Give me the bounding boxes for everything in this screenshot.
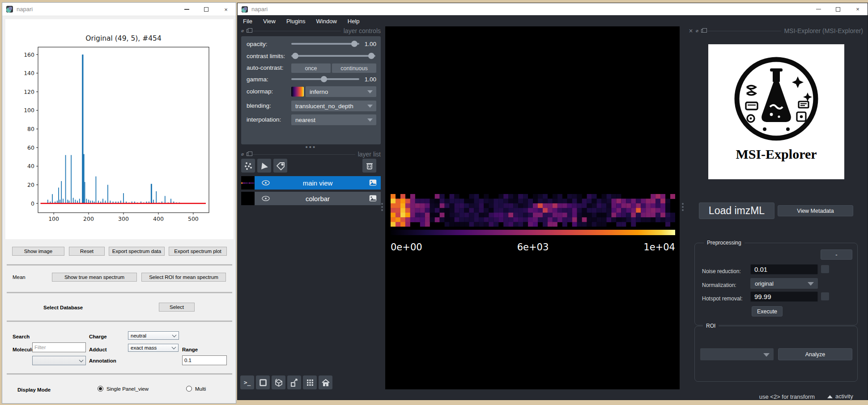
layer-name: main view [255,179,381,187]
menu-plugins[interactable]: Plugins [281,15,311,27]
radio-label: Single Panel_view [106,386,149,392]
noise-reduction-checkbox[interactable] [821,265,829,273]
menu-help[interactable]: Help [342,15,365,27]
hotspot-removal-input[interactable] [750,291,818,302]
slider-handle-low[interactable] [292,53,298,59]
close-dock-icon[interactable]: × [689,29,693,33]
colorbar-min-label: 0e+00 [391,242,422,253]
transpose-dimensions-button[interactable] [287,375,301,389]
opacity-label: opacity: [247,41,268,47]
hotspot-removal-label: Hotspot removal: [702,295,743,302]
interpolation-dropdown[interactable]: nearest [291,114,376,125]
hide-dock-icon[interactable]: ⌀ [696,29,698,33]
float-dock-icon[interactable] [247,29,250,33]
blending-dropdown[interactable]: translucent_no_depth [291,101,376,111]
svg-text:140: 140 [24,70,34,76]
menu-window[interactable]: Window [311,15,342,27]
spectrum-plot[interactable]: 020406080100120140160100200300400500Orig… [5,19,234,239]
layer-row-main-view[interactable]: main view [241,176,381,190]
menu-view[interactable]: View [258,15,281,27]
svg-text:100: 100 [24,107,34,114]
colormap-dropdown[interactable]: inferno [306,86,376,97]
charge-value: neutral [131,333,146,338]
transpose-icon [289,378,299,388]
roi-dropdown[interactable] [700,348,774,360]
show-true-mean-button[interactable]: Show true mean spectrum [52,273,137,282]
float-dock-icon[interactable] [701,29,705,33]
show-image-button[interactable]: Show image [12,247,64,256]
slider-handle-high[interactable] [368,53,374,59]
normalization-dropdown[interactable]: original [750,278,818,289]
gamma-slider[interactable] [291,76,359,82]
load-imzml-button[interactable]: Load imzML [699,202,774,219]
slider-handle[interactable] [351,41,357,47]
export-spectrum-data-button[interactable]: Export spectrum data [109,247,165,256]
new-labels-layer-button[interactable] [273,159,287,173]
home-reset-view-button[interactable] [319,375,332,389]
opacity-value: 1.00 [365,41,376,47]
dock-resize-handle[interactable] [681,202,684,212]
close-button[interactable]: × [848,3,868,16]
main-window-titlebar[interactable]: napari × [238,3,868,15]
svg-text:400: 400 [153,215,164,222]
annotation-range-input[interactable] [182,355,227,365]
msi-explorer-header: × ⌀ MSI-Explorer (MSI-Explorer) [689,27,863,34]
ndisplay-toggle-button[interactable] [256,375,270,389]
gamma-value: 1.00 [365,76,376,83]
svg-text:100: 100 [48,215,59,222]
close-button[interactable]: × [216,3,236,16]
dropdown-triangle-icon [763,353,770,357]
molecule-select-dropdown[interactable] [32,356,86,365]
divider [7,292,232,293]
radio-multi[interactable]: Multi [186,386,206,392]
auto-contrast-label: auto-contrast: [247,64,284,71]
viewer-canvas[interactable]: 0e+00 6e+03 1e+04 [385,26,680,389]
visibility-eye-icon[interactable] [261,179,271,186]
home-icon [321,378,331,388]
opacity-slider[interactable] [291,41,359,47]
collapse-button[interactable]: - [821,249,852,260]
grid-view-button[interactable] [303,375,317,389]
contrast-limits-slider[interactable] [291,53,375,59]
new-points-layer-button[interactable] [241,159,255,173]
view-metadata-button[interactable]: View Metadata [778,205,853,216]
charge-dropdown[interactable]: neutral [128,331,179,340]
left-window-titlebar[interactable]: napari × [2,3,236,16]
molecule-filter-input[interactable] [32,342,86,352]
reset-button[interactable]: Reset [69,247,105,256]
hotspot-removal-checkbox[interactable] [821,292,829,300]
minimize-button[interactable] [177,3,196,16]
console-button[interactable]: >_ [240,375,254,389]
dropdown-triangle-icon [808,282,814,286]
hide-dock-icon[interactable]: ⌀ [241,29,244,33]
hide-dock-icon[interactable]: ⌀ [241,152,244,156]
auto-contrast-once-button[interactable]: once [291,63,331,73]
radio-single-panel-view[interactable]: Single Panel_view [98,386,149,392]
slider-handle[interactable] [321,76,327,82]
analyze-button[interactable]: Analyze [778,348,852,360]
blending-value: translucent_no_depth [295,103,353,110]
select-roi-mean-button[interactable]: Select ROI for mean spectrum [141,273,226,282]
preprocessing-group: Preprocessing - Noise reduction: Normali… [694,243,858,325]
float-dock-icon[interactable] [247,152,250,156]
execute-button[interactable]: Execute [752,306,783,316]
dock-resize-handle[interactable] [381,202,383,212]
new-shapes-layer-button[interactable] [257,159,271,173]
auto-contrast-continuous-button[interactable]: continuous [332,63,376,73]
roll-dimensions-button[interactable] [272,375,285,389]
minimize-button[interactable] [808,3,828,16]
menu-file[interactable]: File [238,15,258,27]
layer-row-colorbar[interactable]: colorbar [241,192,381,205]
maximize-button[interactable] [196,3,216,16]
activity-button[interactable]: activity [827,393,853,400]
noise-reduction-input[interactable] [750,264,818,274]
visibility-eye-icon[interactable] [261,195,271,202]
export-spectrum-plot-button[interactable]: Export spectrum plot [169,247,227,256]
svg-text:200: 200 [83,215,94,222]
maximize-button[interactable] [828,3,848,16]
delete-layer-button[interactable] [362,159,376,173]
adduct-dropdown[interactable]: exact mass [128,344,179,352]
dock-splitter[interactable]: ••• [241,143,381,151]
logo-text: MSI-Explorer [736,147,817,161]
select-database-button[interactable]: Select [159,303,195,312]
